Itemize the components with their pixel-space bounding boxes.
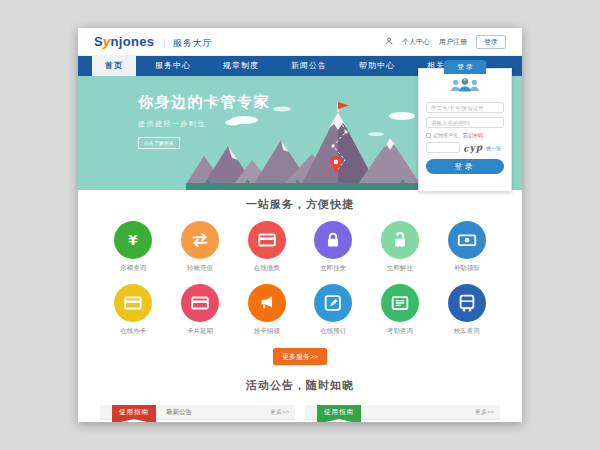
desktop-background: Synjones|服务大厅 个人中心 用户注册 登录 首页服务中心规章制度新闻公…	[0, 0, 600, 450]
header-links: 个人中心 用户注册 登录	[385, 35, 506, 49]
bank-card-icon	[181, 284, 219, 322]
nav-item-help-center[interactable]: 帮助中心	[346, 56, 408, 76]
services-section: 一站服务，方便快捷 ¥余额查询转账充值在线缴费立即挂失立即解挂补助领取在线办卡卡…	[78, 190, 522, 365]
lock-icon	[314, 221, 352, 259]
nav-item-news[interactable]: 新闻公告	[278, 56, 340, 76]
announcement-tabbar-left: 使用指南 最新公告 更多>>	[100, 405, 295, 420]
service-label: 校车查询	[454, 327, 480, 336]
login-panel: 登录 记住用户名 忘记密码 cyp 换一张 登录	[418, 68, 512, 192]
captcha-input[interactable]	[426, 142, 460, 153]
logo-divider: |	[163, 38, 166, 48]
service-item-online-card-apply[interactable]: 在线办卡	[100, 284, 167, 336]
more-link-right[interactable]: 更多>>	[475, 408, 494, 417]
service-label: 立即解挂	[387, 264, 413, 273]
logo-text: S	[94, 34, 103, 49]
site-header: Synjones|服务大厅 个人中心 用户注册 登录	[78, 28, 522, 56]
service-label: 拾卡招领	[254, 327, 280, 336]
unlock-icon	[381, 221, 419, 259]
login-submit-button[interactable]: 登录	[426, 159, 504, 174]
yen-icon: ¥	[114, 221, 152, 259]
tab-latest-news[interactable]: 最新公告	[166, 408, 192, 417]
service-item-school-bus-query[interactable]: 校车查询	[433, 284, 500, 336]
service-item-attendance-query[interactable]: 考勤查询	[367, 284, 434, 336]
synjones-logo[interactable]: Synjones|服务大厅	[94, 34, 213, 50]
service-label: 卡片延期	[187, 327, 213, 336]
service-item-online-booking[interactable]: 在线预订	[300, 284, 367, 336]
tab-usage-guide-left[interactable]: 使用指南	[112, 405, 156, 422]
nav-item-home[interactable]: 首页	[92, 56, 136, 76]
browser-page: Synjones|服务大厅 个人中心 用户注册 登录 首页服务中心规章制度新闻公…	[78, 28, 522, 422]
announcement-column-left: 使用指南 最新公告 更多>>	[100, 405, 295, 420]
service-label: 考勤查询	[387, 327, 413, 336]
bank-card-icon	[248, 221, 286, 259]
megaphone-icon	[248, 284, 286, 322]
header-login-button[interactable]: 登录	[476, 35, 506, 49]
service-item-balance-query[interactable]: ¥余额查询	[100, 221, 167, 273]
tab-usage-guide-right[interactable]: 使用指南	[317, 405, 361, 422]
nav-item-rules[interactable]: 规章制度	[210, 56, 272, 76]
service-label: 补助领取	[454, 264, 480, 273]
users-icon	[426, 77, 504, 98]
announcement-tabbar-right: 使用指南 更多>>	[305, 405, 500, 420]
services-title: 一站服务，方便快捷	[78, 197, 522, 212]
service-item-found-card-claim[interactable]: 拾卡招领	[233, 284, 300, 336]
service-item-online-payment[interactable]: 在线缴费	[233, 221, 300, 273]
more-services-button[interactable]: 更多服务>>	[273, 348, 327, 365]
svg-text:¥: ¥	[129, 232, 139, 248]
service-label: 在线办卡	[120, 327, 146, 336]
captcha-image[interactable]: cyp	[463, 142, 484, 153]
announcements-title: 活动公告，随时知晓	[78, 378, 522, 393]
announcement-column-right: 使用指南 更多>>	[305, 405, 500, 420]
remember-checkbox[interactable]	[426, 133, 431, 138]
service-label: 在线缴费	[254, 264, 280, 273]
hero-title: 你身边的卡管专家	[138, 93, 270, 112]
service-item-cancel-loss[interactable]: 立即解挂	[367, 221, 434, 273]
captcha-row: cyp 换一张	[426, 142, 504, 153]
login-options: 记住用户名 忘记密码	[426, 132, 504, 138]
hero-text: 你身边的卡管专家 提供捷径一步到位 点击了解更多	[138, 93, 270, 149]
service-item-report-loss[interactable]: 立即挂失	[300, 221, 367, 273]
more-link-left[interactable]: 更多>>	[270, 408, 289, 417]
remember-label: 记住用户名	[433, 132, 458, 138]
hero-subtitle: 提供捷径一步到位	[138, 119, 270, 129]
logo-accent: y	[103, 34, 111, 49]
hero-cta-button[interactable]: 点击了解更多	[138, 137, 180, 149]
site-title: 服务大厅	[173, 38, 213, 48]
service-item-subsidy-collect[interactable]: 补助领取	[433, 221, 500, 273]
nav-item-service-center[interactable]: 服务中心	[142, 56, 204, 76]
service-item-transfer-recharge[interactable]: 转账充值	[167, 221, 234, 273]
service-label: 转账充值	[187, 264, 213, 273]
announcements-section: 活动公告，随时知晓 使用指南 最新公告 更多>> 使用指南 更多>>	[78, 378, 522, 420]
register-link[interactable]: 用户注册	[439, 37, 467, 47]
personal-center-link[interactable]: 个人中心	[402, 37, 430, 47]
service-label: 余额查询	[120, 264, 146, 273]
service-label: 在线预订	[320, 327, 346, 336]
user-icon	[385, 37, 393, 46]
edit-icon	[314, 284, 352, 322]
announcement-columns: 使用指南 最新公告 更多>> 使用指南 更多>>	[78, 405, 522, 420]
captcha-refresh-link[interactable]: 换一张	[486, 145, 501, 151]
password-input[interactable]	[426, 117, 504, 128]
bus-icon	[448, 284, 486, 322]
transfer-icon	[181, 221, 219, 259]
login-tab[interactable]: 登录	[444, 60, 486, 74]
username-input[interactable]	[426, 102, 504, 113]
logo-text-2: njones	[111, 34, 155, 49]
forgot-password-link[interactable]: 忘记密码	[463, 132, 483, 138]
services-grid: ¥余额查询转账充值在线缴费立即挂失立即解挂补助领取在线办卡卡片延期拾卡招领在线预…	[100, 221, 500, 336]
service-label: 立即挂失	[320, 264, 346, 273]
service-item-card-renewal[interactable]: 卡片延期	[167, 284, 234, 336]
list-icon	[381, 284, 419, 322]
bank-card-icon	[114, 284, 152, 322]
banknote-icon	[448, 221, 486, 259]
